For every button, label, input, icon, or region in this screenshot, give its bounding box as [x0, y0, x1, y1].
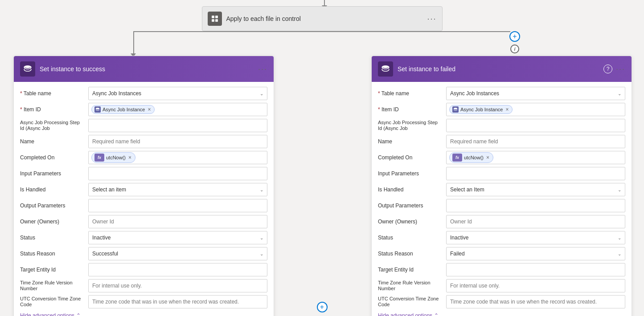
left-input-params-label: Input Parameters — [20, 170, 85, 177]
right-timezone-rule-row: Time Zone Rule Version Number — [378, 279, 625, 293]
left-item-id-input[interactable]: Async Job Instance × — [88, 103, 267, 116]
right-status-reason-label: Status Reason — [378, 251, 443, 257]
left-target-entity-row: Target Entity Id — [20, 263, 267, 277]
left-completed-on-row: Completed On fx utcNow() × — [20, 150, 267, 165]
right-completed-on-row: Completed On fx utcNow() × — [378, 150, 625, 165]
right-status-row: Status Inactive ⌄ — [378, 231, 625, 245]
right-async-job-step-row: Async Job Processing Step Id (Async Job — [378, 118, 625, 133]
right-owner-row: Owner (Owners) — [378, 215, 625, 229]
left-completed-on-token-close[interactable]: × — [128, 154, 131, 161]
right-status-chevron: ⌄ — [618, 235, 621, 240]
right-output-params-input[interactable] — [446, 199, 625, 212]
apply-each-label: Apply to each file in control — [226, 15, 423, 22]
right-completed-on-token-close[interactable]: × — [486, 154, 489, 161]
svg-rect-0 — [212, 16, 214, 18]
right-is-handled-select[interactable]: Select an Item ⌄ — [446, 183, 625, 196]
right-target-entity-input[interactable] — [446, 263, 625, 276]
left-target-entity-input[interactable] — [88, 263, 267, 276]
left-status-label: Status — [20, 235, 85, 241]
left-item-id-label: Item ID — [20, 106, 85, 113]
left-item-id-token: Async Job Instance × — [91, 105, 155, 114]
right-status-select[interactable]: Inactive ⌄ — [446, 231, 625, 244]
left-status-reason-row: Status Reason Successful ⌄ — [20, 247, 267, 261]
bottom-add-icon: + — [320, 303, 324, 311]
info-icon: i — [514, 46, 515, 52]
left-timezone-rule-input[interactable] — [88, 279, 267, 292]
left-utc-conversion-row: UTC Conversion Time Zone Code — [20, 295, 267, 309]
left-table-name-chevron: ⌄ — [260, 91, 263, 96]
right-item-id-token-text: Async Job Instance — [460, 107, 503, 112]
left-panel-body: Table name Async Job Instances ⌄ Item ID — [14, 82, 274, 316]
left-completed-on-token: fx utcNow() × — [91, 152, 135, 163]
right-utc-conversion-input[interactable] — [446, 295, 625, 308]
left-item-id-token-close[interactable]: × — [148, 106, 151, 113]
right-input-params-input[interactable] — [446, 167, 625, 180]
left-name-row: Name — [20, 134, 267, 149]
svg-rect-3 — [215, 19, 218, 22]
right-status-reason-chevron: ⌄ — [618, 251, 621, 256]
right-table-name-select[interactable]: Async Job Instances ⌄ — [446, 87, 625, 100]
left-completed-on-input[interactable]: fx utcNow() × — [88, 151, 267, 164]
left-async-job-step-input[interactable] — [88, 119, 267, 132]
right-table-name-chevron: ⌄ — [618, 91, 621, 96]
right-completed-on-label: Completed On — [378, 154, 443, 161]
right-async-job-step-input[interactable] — [446, 119, 625, 132]
right-item-id-token: Async Job Instance × — [449, 105, 513, 114]
right-input-params-label: Input Parameters — [378, 170, 443, 177]
left-output-params-input[interactable] — [88, 199, 267, 212]
right-status-reason-select[interactable]: Failed ⌄ — [446, 247, 625, 260]
right-timezone-rule-label: Time Zone Rule Version Number — [378, 280, 443, 292]
branch-horizontal-line — [134, 31, 510, 32]
right-target-entity-label: Target Entity Id — [378, 267, 443, 273]
right-owner-label: Owner (Owners) — [378, 219, 443, 225]
right-is-handled-label: Is Handled — [378, 186, 443, 193]
left-completed-on-label: Completed On — [20, 154, 85, 161]
right-item-id-row: Item ID Async Job Instance × — [378, 102, 625, 117]
svg-rect-1 — [215, 16, 218, 18]
left-status-reason-select[interactable]: Successful ⌄ — [88, 247, 267, 260]
right-panel-more-button[interactable]: ··· — [616, 65, 625, 74]
left-hide-advanced-link[interactable]: Hide advanced options ⌃ — [20, 312, 267, 316]
right-item-id-token-icon — [452, 106, 459, 113]
right-name-label: Name — [378, 138, 443, 145]
left-input-params-row: Input Parameters — [20, 166, 267, 181]
left-table-name-select[interactable]: Async Job Instances ⌄ — [88, 87, 267, 100]
right-owner-input[interactable] — [446, 215, 625, 228]
right-name-input[interactable] — [446, 135, 625, 148]
right-panel-header: Set instance to failed ? ··· — [372, 56, 632, 82]
right-utc-conversion-row: UTC Conversion Time Zone Code — [378, 295, 625, 309]
right-is-handled-row: Is Handled Select an Item ⌄ — [378, 182, 625, 197]
left-status-reason-chevron: ⌄ — [260, 251, 263, 256]
right-add-circle[interactable]: + — [509, 31, 520, 42]
bottom-add-circle[interactable]: + — [317, 302, 328, 312]
left-is-handled-select[interactable]: Select an item ⌄ — [88, 183, 267, 196]
left-owner-input[interactable] — [88, 215, 267, 228]
right-input-params-row: Input Parameters — [378, 166, 625, 181]
left-status-select[interactable]: Inactive ⌄ — [88, 231, 267, 244]
right-target-entity-row: Target Entity Id — [378, 263, 625, 277]
right-hide-advanced-chevron: ⌃ — [434, 312, 439, 316]
info-button[interactable]: i — [510, 45, 519, 53]
left-status-row: Status Inactive ⌄ — [20, 231, 267, 245]
right-completed-on-input[interactable]: fx utcNow() × — [446, 151, 625, 164]
right-item-id-input[interactable]: Async Job Instance × — [446, 103, 625, 116]
right-panel-actions: ? ··· — [603, 65, 625, 74]
right-hide-advanced-link[interactable]: Hide advanced options ⌃ — [378, 312, 625, 316]
right-timezone-rule-input[interactable] — [446, 279, 625, 292]
left-status-chevron: ⌄ — [260, 235, 263, 240]
right-panel-body: Table name Async Job Instances ⌄ Item ID — [372, 82, 632, 316]
svg-point-6 — [382, 65, 389, 68]
left-panel-more-button[interactable]: ··· — [258, 65, 267, 74]
left-output-params-row: Output Parameters — [20, 199, 267, 213]
left-utc-conversion-input[interactable] — [88, 295, 267, 308]
right-utc-conversion-label: UTC Conversion Time Zone Code — [378, 296, 443, 308]
left-item-id-token-icon — [94, 106, 101, 113]
right-help-icon[interactable]: ? — [603, 65, 612, 73]
right-status-label: Status — [378, 235, 443, 241]
left-input-params-input[interactable] — [88, 167, 267, 180]
left-utc-conversion-label: UTC Conversion Time Zone Code — [20, 296, 85, 308]
left-name-input[interactable] — [88, 135, 267, 148]
apply-each-more-button[interactable]: ··· — [427, 14, 436, 24]
left-is-handled-label: Is Handled — [20, 186, 85, 193]
right-item-id-token-close[interactable]: × — [505, 106, 509, 113]
